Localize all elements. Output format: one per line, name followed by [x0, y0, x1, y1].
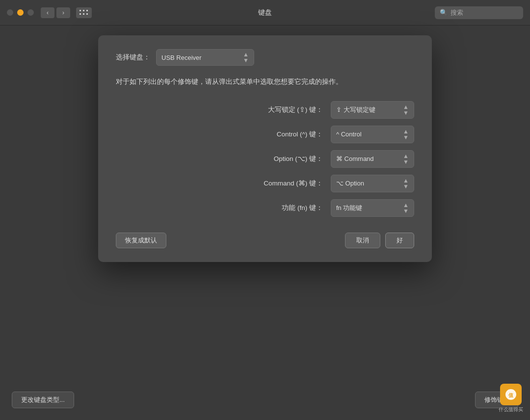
dropdown-arrows-icon: ▲▼ [243, 52, 249, 63]
watermark: 值 什么值得买 [499, 384, 523, 413]
window-title: 键盘 [258, 8, 272, 17]
modifier-row-option: Option (⌥) 键： ⌘ Command ▲▼ [116, 150, 414, 168]
modifier-value-option: ⌘ Command [336, 155, 374, 162]
buttons-right: 取消 好 [345, 233, 414, 248]
modifier-row-capslock: 大写锁定 (⇪) 键： ⇪ 大写锁定键 ▲▼ [116, 101, 414, 119]
modifier-rows: 大写锁定 (⇪) 键： ⇪ 大写锁定键 ▲▼ Control (^) 键： ^ … [116, 101, 414, 217]
bottom-bar: 更改键盘类型... 修饰键... [12, 392, 518, 408]
keyboard-select-label: 选择键盘： [116, 53, 150, 62]
search-box[interactable]: 🔍 搜索 [435, 6, 523, 19]
modifier-select-control[interactable]: ^ Control ▲▼ [331, 126, 414, 143]
minimize-button[interactable] [17, 9, 24, 16]
watermark-logo: 值 [500, 384, 522, 405]
dropdown-arrows-option-icon: ▲▼ [403, 153, 409, 165]
modifier-select-fn[interactable]: fn 功能键 ▲▼ [331, 199, 414, 217]
keyboard-select-dropdown[interactable]: USB Receiver ▲▼ [156, 49, 254, 66]
modifier-value-capslock: ⇪ 大写锁定键 [336, 105, 375, 114]
nav-back-button[interactable]: ‹ [41, 7, 54, 18]
svg-text:值: 值 [508, 393, 514, 398]
modifier-row-command: Command (⌘) 键： ⌥ Option ▲▼ [116, 175, 414, 192]
maximize-button[interactable] [27, 9, 34, 16]
search-icon: 🔍 [440, 9, 448, 16]
search-placeholder: 搜索 [450, 8, 463, 17]
grid-view-button[interactable] [76, 7, 92, 18]
change-keyboard-type-button[interactable]: 更改键盘类型... [12, 392, 74, 408]
grid-icon [80, 10, 89, 16]
modifier-label-control: Control (^) 键： [225, 130, 323, 139]
traffic-lights [7, 9, 34, 16]
modifier-row-control: Control (^) 键： ^ Control ▲▼ [116, 126, 414, 143]
dropdown-arrows-fn-icon: ▲▼ [403, 202, 409, 214]
modifier-label-option: Option (⌥) 键： [225, 155, 323, 163]
dialog: 选择键盘： USB Receiver ▲▼ 对于如下列出的每个修饰键，请从弹出式… [98, 35, 432, 262]
modifier-label-command: Command (⌘) 键： [225, 179, 323, 188]
description-text: 对于如下列出的每个修饰键，请从弹出式菜单中选取您想要它完成的操作。 [116, 77, 414, 87]
main-area: 选择键盘： USB Receiver ▲▼ 对于如下列出的每个修饰键，请从弹出式… [0, 26, 530, 420]
modifier-value-command: ⌥ Option [336, 180, 364, 187]
keyboard-select-row: 选择键盘： USB Receiver ▲▼ [116, 49, 414, 66]
modifier-value-fn: fn 功能键 [336, 204, 362, 212]
modifier-select-capslock[interactable]: ⇪ 大写锁定键 ▲▼ [331, 101, 414, 119]
modifier-select-command[interactable]: ⌥ Option ▲▼ [331, 175, 414, 192]
cancel-button[interactable]: 取消 [345, 233, 380, 248]
modifier-select-option[interactable]: ⌘ Command ▲▼ [331, 150, 414, 168]
restore-defaults-button[interactable]: 恢复成默认 [116, 233, 166, 248]
modifier-label-capslock: 大写锁定 (⇪) 键： [225, 105, 323, 114]
modifier-row-fn: 功能 (fn) 键： fn 功能键 ▲▼ [116, 199, 414, 217]
nav-buttons: ‹ › [41, 7, 70, 18]
modifier-label-fn: 功能 (fn) 键： [225, 204, 323, 212]
watermark-logo-icon: 值 [504, 388, 518, 401]
titlebar: ‹ › 键盘 🔍 搜索 [0, 0, 530, 26]
nav-forward-button[interactable]: › [56, 7, 70, 18]
modifier-value-control: ^ Control [336, 131, 362, 138]
buttons-row: 恢复成默认 取消 好 [116, 233, 414, 248]
keyboard-select-value: USB Receiver [161, 54, 202, 61]
close-button[interactable] [7, 9, 13, 16]
ok-button[interactable]: 好 [385, 233, 414, 248]
dropdown-arrows-control-icon: ▲▼ [403, 129, 409, 140]
dropdown-arrows-capslock-icon: ▲▼ [403, 104, 409, 116]
dropdown-arrows-command-icon: ▲▼ [403, 178, 409, 189]
watermark-text: 什么值得买 [499, 406, 523, 413]
